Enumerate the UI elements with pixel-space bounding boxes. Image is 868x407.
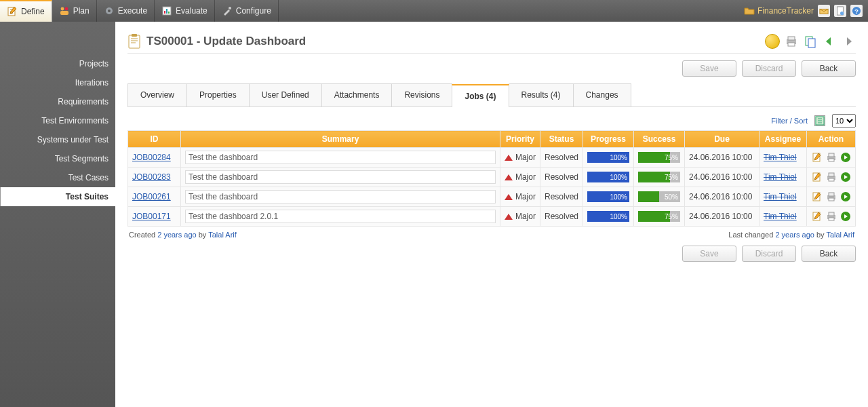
job-id-link[interactable]: JOB00171 [132, 212, 171, 221]
status-bulb-icon[interactable] [765, 34, 780, 49]
run-icon[interactable] [840, 191, 851, 202]
sidebar-item-test-suites[interactable]: Test Suites [0, 187, 115, 206]
assignee-link[interactable]: Tim Thiel [764, 192, 797, 201]
col-assignee[interactable]: Assignee [760, 131, 807, 148]
print-icon[interactable] [784, 34, 799, 49]
tab-attachments[interactable]: Attachments [321, 83, 393, 106]
save-button[interactable]: Save [682, 60, 736, 77]
sidebar: Projects Iterations Requirements Test En… [0, 22, 115, 407]
discard-button[interactable]: Discard [742, 60, 796, 77]
clipboard-icon [127, 34, 141, 49]
col-id[interactable]: ID [128, 131, 181, 148]
svg-rect-20 [788, 43, 795, 46]
edit-icon[interactable] [812, 191, 823, 202]
filter-row: Filter / Sort 10 [127, 114, 856, 128]
sidebar-item-projects[interactable]: Projects [0, 54, 115, 73]
col-status[interactable]: Status [540, 131, 583, 148]
topnav-tab-label: Define [21, 7, 45, 16]
changed-ago-link[interactable]: 2 years ago [775, 231, 814, 239]
tab-overview[interactable]: Overview [127, 83, 187, 106]
svg-text:?: ? [854, 7, 859, 15]
assignee-link[interactable]: Tim Thiel [764, 212, 797, 221]
svg-point-13 [840, 12, 844, 15]
summary-input[interactable] [185, 210, 496, 223]
help-icon[interactable]: ? [850, 5, 863, 17]
save-button[interactable]: Save [682, 246, 736, 262]
print-icon[interactable] [826, 191, 837, 202]
tab-user-defined[interactable]: User Defined [249, 83, 322, 106]
priority-major-icon [505, 155, 513, 161]
copy-icon[interactable] [803, 34, 818, 49]
priority-major-icon [505, 174, 513, 180]
filter-sort-link[interactable]: Filter / Sort [771, 117, 808, 125]
nav-prev-icon[interactable] [822, 34, 837, 49]
topnav-tab-evaluate[interactable]: Evaluate [155, 0, 215, 22]
topnav-tab-execute[interactable]: Execute [97, 0, 155, 22]
topnav-tab-label: Execute [118, 6, 147, 16]
progress-bar: 100% [587, 211, 629, 222]
assignee-link[interactable]: Tim Thiel [764, 153, 797, 162]
svg-rect-16 [129, 35, 140, 48]
title-bar: TS00001 - Update Dashboard [127, 34, 856, 54]
edit-icon[interactable] [812, 211, 823, 222]
nav-next-icon[interactable] [841, 34, 856, 49]
created-user-link[interactable]: Talal Arif [208, 231, 237, 239]
svg-rect-3 [60, 11, 68, 15]
job-id-link[interactable]: JOB00284 [132, 153, 171, 162]
topnav-tab-define[interactable]: Define [0, 0, 52, 22]
sidebar-item-iterations[interactable]: Iterations [0, 73, 115, 92]
summary-input[interactable] [185, 151, 496, 164]
tab-properties[interactable]: Properties [186, 83, 250, 106]
back-button[interactable]: Back [802, 246, 856, 262]
created-ago-link[interactable]: 2 years ago [157, 231, 196, 239]
col-due[interactable]: Due [685, 131, 760, 148]
topnav-tab-plan[interactable]: Plan [52, 0, 97, 22]
edit-icon[interactable] [812, 152, 823, 163]
folder-icon [744, 5, 755, 16]
sidebar-item-test-cases[interactable]: Test Cases [0, 168, 115, 187]
status-label: Resolved [540, 148, 583, 168]
col-success[interactable]: Success [634, 131, 685, 148]
print-icon[interactable] [826, 172, 837, 182]
run-icon[interactable] [840, 172, 851, 182]
edit-icon[interactable] [812, 172, 823, 182]
sidebar-item-test-segments[interactable]: Test Segments [0, 149, 115, 168]
print-icon[interactable] [826, 152, 837, 163]
due-label: 24.06.2016 10:00 [685, 148, 760, 168]
success-bar: 75% [638, 172, 680, 182]
assignee-link[interactable]: Tim Thiel [764, 172, 797, 182]
jobs-table: ID Summary Priority Status Progress Succ… [127, 130, 856, 227]
changed-user-link[interactable]: Talal Arif [826, 231, 854, 239]
summary-input[interactable] [185, 170, 496, 184]
pagesize-select[interactable]: 10 [832, 114, 856, 128]
priority-label: Major [515, 212, 536, 221]
sidebar-item-systems-under-test[interactable]: Systems under Test [0, 130, 115, 149]
job-id-link[interactable]: JOB00261 [132, 192, 171, 201]
print-icon[interactable] [826, 211, 837, 222]
back-button[interactable]: Back [802, 60, 856, 77]
sidebar-item-requirements[interactable]: Requirements [0, 92, 115, 111]
col-summary[interactable]: Summary [181, 131, 500, 148]
action-buttons-bottom: Save Discard Back [127, 246, 856, 262]
svg-rect-22 [808, 39, 815, 47]
tab-changes[interactable]: Changes [573, 83, 631, 106]
progress-bar: 100% [587, 172, 629, 182]
run-icon[interactable] [840, 211, 851, 222]
tab-revisions[interactable]: Revisions [391, 83, 452, 106]
topnav-tab-configure[interactable]: Configure [215, 0, 279, 22]
summary-input[interactable] [185, 190, 496, 204]
project-switcher[interactable]: FinanceTracker [744, 5, 814, 16]
page-icon[interactable] [834, 5, 846, 17]
sidebar-item-test-environments[interactable]: Test Environments [0, 111, 115, 130]
export-icon[interactable] [814, 115, 825, 126]
tab-results[interactable]: Results (4) [509, 83, 574, 106]
tab-jobs[interactable]: Jobs (4) [452, 84, 509, 107]
col-priority[interactable]: Priority [500, 131, 540, 148]
people-icon [59, 5, 70, 16]
job-id-link[interactable]: JOB00283 [132, 172, 171, 182]
col-progress[interactable]: Progress [583, 131, 634, 148]
discard-button[interactable]: Discard [742, 246, 796, 262]
run-icon[interactable] [840, 152, 851, 163]
inbox-icon[interactable] [818, 5, 830, 17]
col-action[interactable]: Action [807, 131, 856, 148]
